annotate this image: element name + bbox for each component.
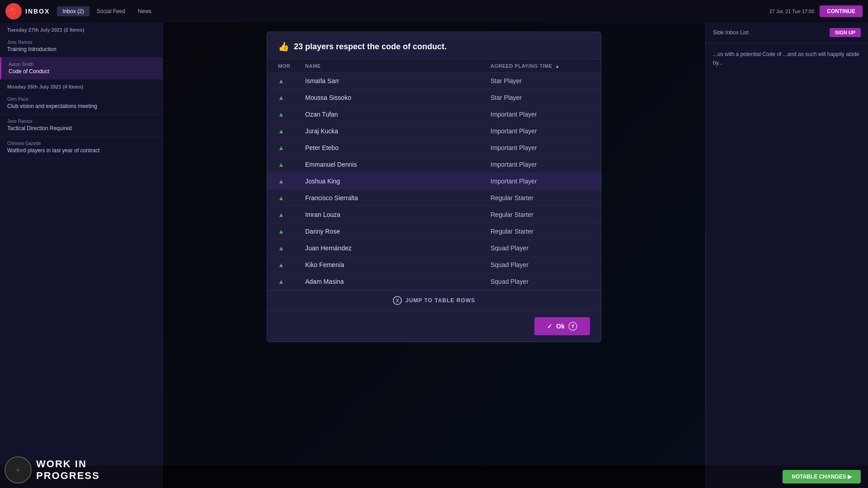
modal-footer: ✓ Ok Y [267,310,601,342]
player-name: Joshua King [305,178,491,185]
table-row[interactable]: ▲ Imran Louza Regular Starter [267,206,601,223]
table-row[interactable]: ▲ Francisco Sierralta Regular Starter [267,190,601,206]
thumbs-up-icon: 👍 [278,41,289,52]
chevron-up-icon: ▲ [278,178,284,185]
player-apt: Important Player [491,111,590,118]
player-apt: Star Player [491,94,590,101]
player-apt: Squad Player [491,261,590,268]
col-header-name: NAME [305,63,491,69]
table-row[interactable]: ▲ Ozan Tufan Important Player [267,106,601,123]
sidebar-item-gazette[interactable]: Chelsea Gazette Watford players in last … [0,136,162,159]
row-mor: ▲ [278,211,305,218]
row-mor: ▲ [278,194,305,202]
player-name: Adam Masina [305,278,491,285]
si-logo: SI [5,456,32,483]
app-title: INBOX [25,8,50,15]
top-bar-right: 27 Jul, 21 Tue 17:00 CONTINUE [769,5,863,17]
players-table: ▲ Ismaïla Sarr Star Player ▲ Moussa Siss… [267,73,601,290]
table-row[interactable]: ▲ Juan Hernández Squad Player [267,240,601,257]
sidebar-item-meta: Glen Pace [7,97,155,102]
col-header-mor: MOR [278,63,305,69]
player-apt: Important Player [491,144,590,151]
sidebar-item-meta: Aaron Smith [9,62,155,67]
top-bar: 🔴 INBOX Inbox (2) Social Feed News 27 Ju… [0,0,868,23]
row-mor: ▲ [278,178,305,185]
chevron-up-icon: ▲ [278,228,284,235]
table-row[interactable]: ▲ Danny Rose Regular Starter [267,223,601,240]
player-apt: Regular Starter [491,211,590,218]
sidebar-item-label: Training Introduction [7,46,155,52]
player-name: Moussa Sissoko [305,94,491,101]
chevron-up-icon: ▲ [278,94,284,101]
sidebar-item-meta: Jose Ramos [7,40,155,45]
right-panel-title: Side Inbox List [713,29,749,36]
row-mor: ▲ [278,111,305,118]
game-logo: 🔴 [5,3,22,19]
col-header-apt: AGREED PLAYING TIME ▲ [491,63,590,69]
jump-icon: X [393,296,402,305]
nav-inbox[interactable]: Inbox (2) [57,6,89,16]
row-mor: ▲ [278,261,305,268]
player-name: Juraj Kucka [305,127,491,135]
right-panel: Side Inbox List SIGN UP ...us with a pot… [705,23,868,488]
sidebar-item-conduct[interactable]: Aaron Smith Code of Conduct [0,57,162,80]
chevron-up-icon: ▲ [278,77,284,84]
table-row[interactable]: ▲ Moussa Sissoko Star Player [267,89,601,106]
player-name: Juan Hernández [305,244,491,252]
game-date: 27 Jul, 21 Tue 17:00 [769,9,815,14]
chevron-up-icon: ▲ [278,244,284,252]
player-name: Ismaïla Sarr [305,77,491,84]
watermark: SI WORK IN PROGRESS [5,456,100,483]
row-mor: ▲ [278,161,305,168]
sidebar-section-title-2: Monday 26th July 2021 (4 Items) [0,80,162,92]
table-row[interactable]: ▲ Kiko Femenía Squad Player [267,257,601,273]
player-name: Ozan Tufan [305,111,491,118]
row-mor: ▲ [278,278,305,285]
chevron-up-icon: ▲ [278,278,284,285]
nav-news[interactable]: News [132,6,157,16]
sidebar-item-meta: Chelsea Gazette [7,141,155,146]
chevron-up-icon: ▲ [278,261,284,268]
sidebar: Tuesday 27th July 2021 (2 Items) Jose Ra… [0,23,163,488]
player-name: Peter Etebo [305,144,491,151]
continue-button[interactable]: CONTINUE [820,5,863,17]
table-row[interactable]: ▲ Juraj Kucka Important Player [267,123,601,140]
table-row[interactable]: ▲ Peter Etebo Important Player [267,140,601,156]
right-panel-header: Side Inbox List SIGN UP [706,23,868,43]
player-apt: Regular Starter [491,194,590,202]
row-mor: ▲ [278,228,305,235]
sidebar-section-title-1: Tuesday 27th July 2021 (2 Items) [0,23,162,35]
table-row[interactable]: ▲ Emmanuel Dennis Important Player [267,156,601,173]
sidebar-item-label: Code of Conduct [9,68,155,75]
player-name: Kiko Femenía [305,261,491,268]
table-header: MOR NAME AGREED PLAYING TIME ▲ [267,60,601,73]
sidebar-item-training[interactable]: Jose Ramos Training Introduction [0,35,162,57]
table-row[interactable]: ▲ Adam Masina Squad Player [267,273,601,290]
modal-header: 👍 23 players respect the code of conduct… [267,32,601,60]
player-apt: Star Player [491,77,590,84]
sidebar-item-label: Watford players in last year of contract [7,147,155,154]
sidebar-item-label: Club vision and expectations meeting [7,103,155,109]
sidebar-item-meta: Jose Ramos [7,119,155,124]
chevron-up-icon: ▲ [278,111,284,118]
row-mor: ▲ [278,127,305,135]
notable-changes-button[interactable]: NOTABLE CHANGES ▶ [783,470,861,483]
nav-social-feed[interactable]: Social Feed [91,6,131,16]
code-of-conduct-modal: 👍 23 players respect the code of conduct… [267,32,601,342]
sidebar-item-vision[interactable]: Glen Pace Club vision and expectations m… [0,92,162,114]
sign-up-button[interactable]: SIGN UP [830,28,861,37]
table-row[interactable]: ▲ Joshua King Important Player [267,173,601,190]
player-apt: Important Player [491,161,590,168]
chevron-up-icon: ▲ [278,194,284,202]
ok-button[interactable]: ✓ Ok Y [534,317,590,335]
player-name: Francisco Sierralta [305,194,491,202]
player-name: Imran Louza [305,211,491,218]
player-apt: Squad Player [491,244,590,252]
sort-icon: ▲ [555,64,560,69]
jump-to-rows[interactable]: X JUMP TO TABLE ROWS [267,290,601,310]
player-apt: Important Player [491,178,590,185]
sidebar-item-tactical[interactable]: Jose Ramos Tactical Direction Required [0,114,162,136]
player-apt: Squad Player [491,278,590,285]
table-row[interactable]: ▲ Ismaïla Sarr Star Player [267,73,601,89]
row-mor: ▲ [278,244,305,252]
